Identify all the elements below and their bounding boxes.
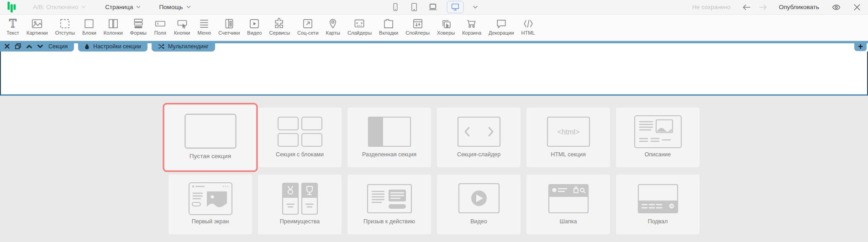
template-card-empty-section[interactable]: Пустая секция (165, 105, 256, 170)
page-menu-label: Страница (105, 4, 133, 10)
toolbar-item-maps[interactable]: Карты (322, 17, 344, 36)
toolbar-item-text[interactable]: T Текст (3, 17, 23, 36)
svg-text:T: T (9, 17, 16, 30)
forms-icon (132, 17, 145, 30)
device-phone-button[interactable] (390, 2, 400, 12)
toolbar-item-menu[interactable]: Меню (194, 17, 215, 36)
device-desktop-button[interactable] (447, 1, 463, 13)
multilanding-label: Мультилендинг (168, 43, 209, 50)
toolbar-item-tabs[interactable]: Вкладки (375, 17, 402, 36)
blocks-icon (83, 17, 95, 30)
redo-button[interactable] (758, 4, 767, 11)
desktop-icon (450, 2, 460, 12)
device-laptop-button[interactable] (428, 2, 437, 12)
help-menu[interactable]: Помощь (159, 4, 190, 10)
device-tablet-button[interactable] (409, 2, 419, 12)
close-editor-button[interactable] (853, 4, 861, 11)
template-card-header-block[interactable]: Шапка (526, 175, 610, 234)
move-section-up-icon[interactable] (26, 45, 32, 48)
decorations-icon (495, 17, 508, 30)
add-section-button[interactable]: + (854, 41, 867, 51)
toolbar-item-buttons[interactable]: Кнопки (170, 17, 194, 36)
toolbar-item-decorations[interactable]: Декорации (485, 17, 517, 36)
html-section-preview-icon: <html> (541, 113, 596, 150)
device-switcher (390, 0, 478, 14)
toolbar-item-label: Счетчики (218, 30, 240, 36)
template-card-advantages[interactable]: Преимущества (258, 175, 342, 234)
toolbar-item-blocks[interactable]: Блоки (79, 17, 100, 36)
template-card-label: Первый экран (192, 218, 229, 225)
cta-preview-icon (362, 180, 417, 217)
toolbar-item-label: Текст (6, 30, 19, 36)
template-card-blocks-section[interactable]: Секция с блоками (258, 108, 342, 167)
toolbar-item-label: Кнопки (174, 30, 190, 36)
toolbar-item-hovers[interactable]: Ховеры (433, 17, 458, 36)
multilanding-tab[interactable]: Мультилендинг (152, 41, 215, 51)
spacing-icon (58, 17, 71, 30)
toolbar-item-columns[interactable]: Колонки (100, 17, 126, 36)
social-icon (301, 17, 314, 30)
menu-icon (198, 17, 210, 30)
section-tab[interactable]: Секция (0, 41, 74, 51)
toolbar-item-spacing[interactable]: Отступы (52, 17, 79, 36)
footer-block-preview-icon (631, 180, 685, 217)
device-menu-chevron-icon[interactable] (473, 5, 478, 9)
template-card-split-section[interactable]: Разделенная секция (347, 108, 431, 167)
toolbar-item-label: Спойлеры (405, 30, 430, 36)
toolbar-item-label: Меню (197, 30, 211, 36)
toolbar-item-images[interactable]: Картинки (23, 17, 52, 36)
toolbar-item-video[interactable]: Видео (243, 17, 265, 36)
counters-icon (223, 17, 236, 30)
template-card-description[interactable]: Описание (616, 108, 700, 167)
toolbar-item-label: Блоки (82, 30, 96, 36)
section-tabbar: Секция Настройки секции Мультилендинг + (0, 41, 868, 51)
chevron-down-icon (186, 5, 191, 9)
laptop-icon (428, 2, 437, 12)
section-settings-tab[interactable]: Настройки секции (78, 41, 147, 51)
template-card-label: Секция-слайдер (457, 151, 500, 158)
template-card-first-screen[interactable]: Первый экран (168, 175, 252, 234)
section-canvas[interactable] (0, 51, 868, 96)
template-card-label: Подвал (648, 218, 668, 225)
toolbar-item-label: Картинки (26, 30, 48, 36)
template-card-cta[interactable]: Призыв к действию (347, 175, 431, 234)
ab-test-menu[interactable]: А/В: Отключено (33, 4, 86, 10)
video-preview-preview-icon (452, 180, 506, 217)
toolbar-item-html[interactable]: HTML (518, 17, 539, 36)
images-icon (31, 17, 43, 30)
toolbar-item-counters[interactable]: Счетчики (215, 17, 243, 36)
toolbar-item-social[interactable]: Соц-сети (294, 17, 322, 36)
publish-button[interactable]: Опубликовать (779, 4, 819, 10)
template-card-label: Пустая секция (189, 153, 231, 160)
toolbar-item-label: Декорации (489, 30, 514, 36)
undo-button[interactable] (742, 4, 751, 11)
chevron-down-icon (81, 5, 86, 9)
svg-text:<html>: <html> (557, 128, 579, 136)
toolbar-item-cart[interactable]: Корзина (458, 17, 485, 36)
toolbar-item-spoilers[interactable]: Спойлеры (402, 17, 433, 36)
template-card-video-preview[interactable]: Видео (437, 175, 521, 234)
toolbar-item-services[interactable]: Сервисы (265, 17, 294, 36)
template-card-html-section[interactable]: <html> HTML секция (526, 108, 610, 167)
toolbar-item-fields[interactable]: Поля (150, 17, 170, 36)
move-section-down-icon[interactable] (37, 45, 43, 48)
page-menu[interactable]: Страница (105, 4, 141, 10)
template-card-footer-block[interactable]: Подвал (616, 175, 700, 234)
preview-eye-button[interactable] (831, 3, 842, 11)
blocks-section-preview-icon (273, 113, 327, 150)
html-icon (522, 17, 535, 30)
template-card-label: Шапка (560, 218, 577, 225)
help-menu-label: Помощь (159, 4, 183, 10)
toolbar-item-label: Колонки (104, 30, 123, 36)
services-icon (273, 17, 286, 30)
template-card-slider-section[interactable]: Секция-слайдер (437, 108, 521, 167)
hovers-icon (440, 17, 452, 30)
toolbar-item-label: HTML (521, 30, 535, 36)
delete-section-icon[interactable] (5, 44, 10, 49)
toolbar-item-sliders[interactable]: Слайдеры (344, 17, 375, 36)
toolbar-item-label: Слайдеры (347, 30, 372, 36)
template-card-label: Преимущества (280, 218, 320, 225)
sliders-icon (353, 17, 366, 30)
toolbar-item-forms[interactable]: Формы (126, 17, 150, 36)
duplicate-section-icon[interactable] (15, 43, 21, 49)
